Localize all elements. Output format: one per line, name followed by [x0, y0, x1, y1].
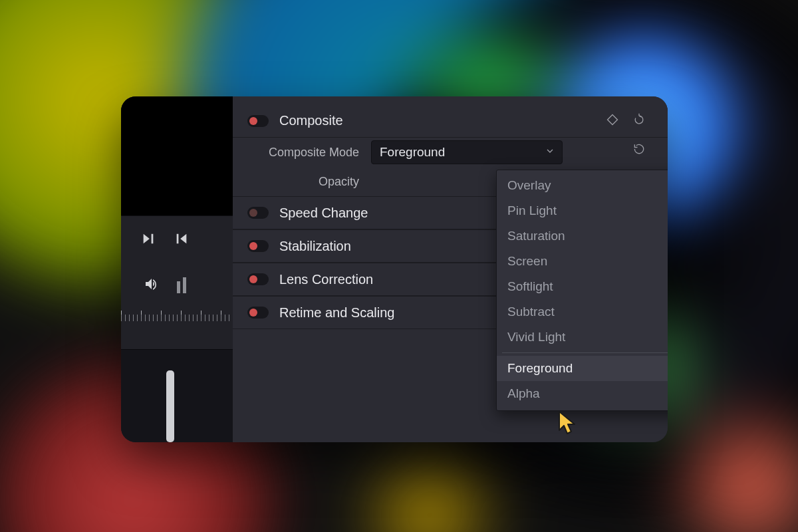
lens-correction-toggle[interactable]	[247, 273, 269, 285]
inspector-panel: Composite Composite Mode Foreground Opac…	[233, 96, 668, 442]
reset-icon[interactable]	[630, 140, 648, 158]
playhead[interactable]	[166, 370, 174, 442]
dropdown-option[interactable]: Subtract	[497, 299, 668, 325]
keyframe-diamond-icon[interactable]	[604, 111, 621, 128]
dropdown-option[interactable]: Softlight	[497, 274, 668, 299]
dropdown-option[interactable]: Screen	[497, 249, 668, 274]
section-title: Composite	[279, 113, 343, 128]
reset-loop-icon[interactable]	[630, 111, 648, 128]
dropdown-option[interactable]: Vivid Light	[497, 325, 668, 350]
timeline-ruler[interactable]	[121, 308, 233, 323]
inspector-window: Composite Composite Mode Foreground Opac…	[121, 96, 668, 442]
volume-icon[interactable]	[144, 276, 160, 295]
volume-meter-icon[interactable]	[177, 277, 186, 293]
cursor-pointer-icon	[557, 410, 580, 440]
viewer-sidebar	[121, 96, 233, 442]
dropdown-divider	[502, 352, 668, 353]
section-title: Retime and Scaling	[279, 305, 394, 321]
section-title: Stabilization	[279, 239, 351, 254]
next-frame-icon[interactable]	[141, 231, 156, 249]
transport-controls	[121, 221, 233, 259]
chevron-down-icon	[545, 145, 555, 160]
composite-mode-value: Foreground	[380, 145, 445, 160]
section-title: Lens Correction	[279, 272, 373, 287]
dropdown-option[interactable]: Alpha	[497, 381, 668, 406]
dropdown-option[interactable]: Saturation	[497, 223, 668, 249]
viewer-preview	[121, 96, 233, 216]
dropdown-option[interactable]: Foreground	[497, 356, 668, 381]
dropdown-option[interactable]: Overlay	[497, 173, 668, 198]
composite-toggle[interactable]	[247, 115, 269, 127]
composite-mode-dropdown[interactable]: OverlayPin LightSaturationScreenSoftligh…	[496, 170, 668, 411]
opacity-label: Opacity	[247, 175, 371, 189]
volume-row	[121, 267, 233, 304]
section-title: Speed Change	[279, 205, 368, 221]
timeline-track[interactable]	[121, 349, 233, 442]
speed-change-toggle[interactable]	[247, 207, 269, 219]
retime-scaling-toggle[interactable]	[247, 307, 269, 319]
dropdown-option[interactable]: Pin Light	[497, 198, 668, 223]
stabilization-toggle[interactable]	[247, 240, 269, 252]
composite-mode-select[interactable]: Foreground	[371, 140, 563, 164]
composite-mode-label: Composite Mode	[247, 146, 371, 160]
prev-frame-icon[interactable]	[174, 231, 189, 249]
